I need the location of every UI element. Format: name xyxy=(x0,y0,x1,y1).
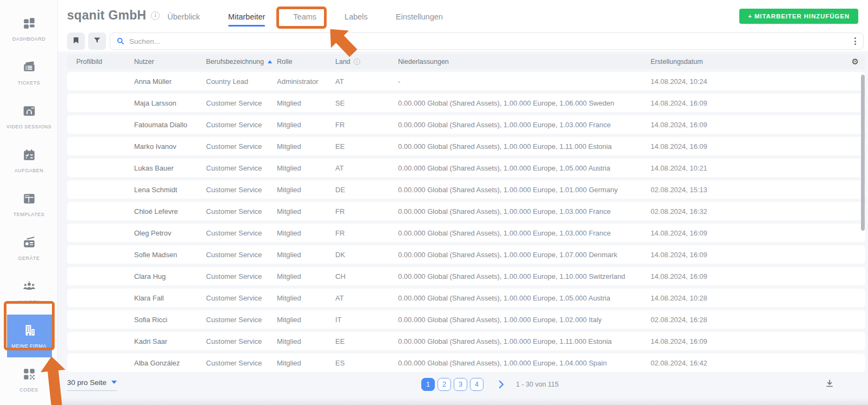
job-title-cell: Customer Service xyxy=(206,272,277,280)
branches-cell: - xyxy=(398,77,651,86)
sidebar-item-meine-firma[interactable]: MEINE FIRMA xyxy=(0,314,58,358)
role-cell: Mitglied xyxy=(277,337,335,345)
branches-cell: 0.00.000 Global (Shared Assets), 1.00.00… xyxy=(398,99,651,107)
tab-mitarbeiter[interactable]: Mitarbeiter xyxy=(228,12,266,27)
table-row[interactable]: Sofie Madsen Customer Service Mitglied D… xyxy=(67,245,865,264)
profile-image-cell xyxy=(67,121,134,129)
add-employee-button[interactable]: + MITARBEITER HINZUFÜGEN xyxy=(739,9,858,24)
app-window: DASHBOARD TICKETS VIDEO SESSIONS AUFGABE… xyxy=(0,0,868,405)
table-row[interactable]: Clara Hug Customer Service Mitglied CH 0… xyxy=(67,267,865,285)
job-title-cell: Customer Service xyxy=(206,294,277,302)
profile-image-cell xyxy=(67,77,134,86)
branches-cell: 0.00.000 Global (Shared Assets), 1.00.00… xyxy=(398,359,651,367)
table-row[interactable]: Chloé Lefevre Customer Service Mitglied … xyxy=(67,202,865,220)
sidebar-item-dashboard[interactable]: DASHBOARD xyxy=(0,7,58,51)
sidebar-item-label: GERÄTE xyxy=(18,256,39,261)
tab-einstellungen[interactable]: Einstellungen xyxy=(396,12,443,27)
sidebar-item-codes[interactable]: CODES xyxy=(0,358,58,402)
tab-bar: Überblick Mitarbeiter Teams Labels Einst… xyxy=(167,12,442,27)
bookmark-filter-button[interactable] xyxy=(67,32,85,50)
search-input[interactable] xyxy=(129,37,847,45)
download-icon[interactable] xyxy=(825,379,834,390)
created-date-cell: 14.08.2024, 16:09 xyxy=(651,99,865,107)
table-row[interactable]: Lena Schmidt Customer Service Mitglied D… xyxy=(67,180,865,199)
next-page-chevron-icon[interactable] xyxy=(498,380,505,389)
table-row[interactable]: Alba González Customer Service Mitglied … xyxy=(67,354,865,372)
sidebar-item-tickets[interactable]: TICKETS xyxy=(0,51,58,95)
sidebar-item-label: MEINE FIRMA xyxy=(11,343,47,349)
table-row[interactable]: Marko Ivanov Customer Service Mitglied E… xyxy=(67,137,865,155)
sidebar-item-templates[interactable]: TEMPLATES xyxy=(0,182,58,226)
filter-button[interactable] xyxy=(88,32,106,50)
user-name-cell: Klara Fall xyxy=(134,294,206,302)
sidebar-item-aufgaben[interactable]: AUFGABEN xyxy=(0,139,58,182)
table-row[interactable]: Lukas Bauer Customer Service Mitglied AT… xyxy=(67,159,865,177)
page-button-2[interactable]: 2 xyxy=(438,378,451,391)
created-date-cell: 14.08.2024, 16:09 xyxy=(651,142,865,151)
created-date-cell: 02.08.2024, 15:13 xyxy=(651,186,865,194)
job-title-cell: Customer Service xyxy=(206,121,277,129)
table-row[interactable]: Oleg Petrov Customer Service Mitglied FR… xyxy=(67,224,865,242)
sidebar-item-label: TICKETS xyxy=(18,80,41,86)
column-header-land[interactable]: Landi xyxy=(335,58,398,66)
chevron-down-icon xyxy=(111,381,117,384)
vertical-scrollbar[interactable] xyxy=(861,75,865,231)
table-row[interactable]: Anna Müller Country Lead Administrator A… xyxy=(67,72,865,90)
sidebar-item-video-sessions[interactable]: VIDEO SESSIONS xyxy=(0,95,58,139)
job-title-cell: Customer Service xyxy=(206,229,277,237)
sidebar-item-geraete[interactable]: GERÄTE xyxy=(0,226,58,270)
role-cell: Administrator xyxy=(277,77,335,86)
column-header-niederlassungen[interactable]: Niederlassungen xyxy=(398,58,651,66)
tab-teams[interactable]: Teams xyxy=(293,12,316,27)
tab-ueberblick[interactable]: Überblick xyxy=(167,12,200,27)
tickets-icon xyxy=(22,60,36,76)
page-button-4[interactable]: 4 xyxy=(470,378,483,391)
job-title-cell: Customer Service xyxy=(206,316,277,324)
table-row[interactable]: Kadri Saar Customer Service Mitglied EE … xyxy=(67,332,865,350)
user-name-cell: Maja Larsson xyxy=(134,99,206,107)
profile-image-cell xyxy=(67,186,134,194)
created-date-cell: 02.08.2024, 16:32 xyxy=(651,207,865,215)
country-cell: AT xyxy=(335,164,398,172)
branches-cell: 0.00.000 Global (Shared Assets), 1.00.00… xyxy=(398,229,651,237)
kebab-menu-icon[interactable] xyxy=(847,33,863,49)
user-name-cell: Anna Müller xyxy=(134,77,206,86)
column-header-nutzer[interactable]: Nutzer xyxy=(134,58,206,66)
search-box xyxy=(110,32,864,50)
profile-image-cell xyxy=(67,294,134,302)
created-date-cell: 14.08.2024, 16:09 xyxy=(651,337,865,345)
column-header-erstellungsdatum[interactable]: Erstellungsdatum xyxy=(651,58,865,66)
info-icon[interactable]: i xyxy=(151,11,160,20)
branches-cell: 0.00.000 Global (Shared Assets), 1.00.00… xyxy=(398,207,651,215)
sidebar-item-kunden[interactable]: KUNDEN xyxy=(0,270,58,314)
tab-labels[interactable]: Labels xyxy=(344,12,368,27)
column-header-berufsbezeichnung[interactable]: Berufsbezeichnung xyxy=(206,58,277,66)
table-row[interactable]: Sofia Ricci Customer Service Mitglied IT… xyxy=(67,310,865,329)
column-header-profilbild[interactable]: Profilbild xyxy=(67,58,134,66)
sidebar-item-label: VIDEO SESSIONS xyxy=(6,124,52,129)
page-size-dropdown[interactable]: 30 pro Seite xyxy=(67,378,117,391)
job-title-cell: Customer Service xyxy=(206,186,277,194)
page-button-1[interactable]: 1 xyxy=(421,378,435,391)
user-name-cell: Chloé Lefevre xyxy=(134,207,206,215)
branches-cell: 0.00.000 Global (Shared Assets), 1.00.00… xyxy=(398,316,651,324)
table-row[interactable]: Klara Fall Customer Service Mitglied AT … xyxy=(67,289,865,307)
table-settings-gear-icon[interactable]: ⚙ xyxy=(852,54,859,69)
created-date-cell: 14.08.2024, 16:09 xyxy=(651,229,865,237)
user-name-cell: Alba González xyxy=(134,359,206,367)
dashboard-icon xyxy=(22,16,36,32)
land-info-icon[interactable]: i xyxy=(354,58,360,65)
table-row[interactable]: Maja Larsson Customer Service Mitglied S… xyxy=(67,94,865,112)
role-cell: Mitglied xyxy=(277,186,335,194)
country-cell: SE xyxy=(335,99,398,107)
company-icon xyxy=(22,323,36,339)
page-button-3[interactable]: 3 xyxy=(454,378,467,391)
created-date-cell: 14.08.2024, 16:09 xyxy=(651,272,865,280)
sidebar-item-label: CODES xyxy=(19,387,38,393)
profile-image-cell xyxy=(67,207,134,215)
column-header-rolle[interactable]: Rolle xyxy=(277,58,335,66)
created-date-cell: 02.08.2024, 16:42 xyxy=(651,359,865,367)
table-row[interactable]: Fatoumata Diallo Customer Service Mitgli… xyxy=(67,115,865,134)
created-date-cell: 14.08.2024, 10:21 xyxy=(651,164,865,172)
profile-image-cell xyxy=(67,164,134,172)
